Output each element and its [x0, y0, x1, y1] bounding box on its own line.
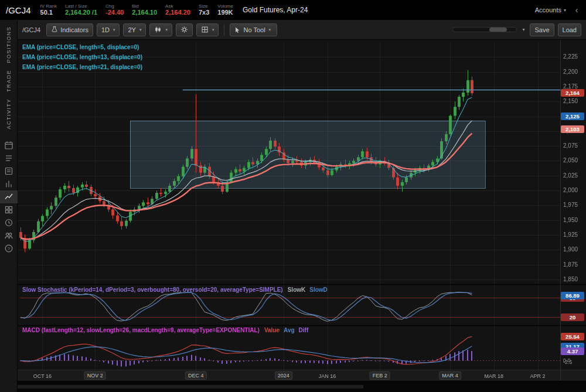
macd-legend-diff: Diff	[299, 327, 309, 333]
accounts-label: Accounts	[535, 6, 561, 13]
tool-value: No Tool	[243, 26, 265, 33]
chevron-down-icon: ▾	[269, 28, 271, 32]
quote-stat: Bid2,164.10	[132, 4, 157, 16]
quote-stat-label: Size	[199, 4, 209, 9]
left-sidebar: POSITIONSTRADEACTIVITY ?	[0, 20, 18, 392]
save-button[interactable]: Save	[530, 23, 554, 36]
macd-legend-value: Value	[264, 327, 280, 333]
accounts-dropdown[interactable]: Accounts ▾	[535, 6, 566, 13]
users-icon[interactable]	[0, 229, 18, 242]
quote-stat-label: Ask	[165, 4, 190, 9]
quote-stat: Ask2,164.20	[165, 4, 190, 16]
stoch-legend-slowd: SlowD	[309, 287, 328, 293]
sidebar-tab-positions[interactable]: POSITIONS	[6, 26, 12, 63]
quote-stat-value: 7x3	[199, 9, 209, 16]
quote-stat-value: 2,164.20	[165, 9, 190, 16]
stoch-legend-slowk: SlowK	[288, 287, 306, 293]
flask-icon	[51, 26, 58, 33]
quote-stat: IV Rank50.1	[40, 4, 57, 16]
load-label: Load	[563, 26, 577, 33]
save-label: Save	[534, 26, 549, 33]
chevron-down-icon: ▾	[165, 28, 168, 32]
slider-options-caret[interactable]: ▾	[522, 27, 524, 32]
macd-study-label[interactable]: MACD (fastLength=12, slowLength=26, macd…	[22, 327, 260, 333]
candlestick-icon	[154, 26, 162, 33]
ema-study-label-1[interactable]: EMA (price=CLOSE, length=13, displace=0)	[22, 54, 142, 64]
calendar-icon[interactable]	[0, 139, 18, 152]
sidebar-tab-activity[interactable]: ACTIVITY	[6, 98, 12, 129]
stochastic-legend: SlowKSlowD	[288, 287, 332, 293]
quote-stat-value: 50.1	[40, 9, 57, 16]
chevron-down-icon: ▾	[564, 8, 566, 13]
stochastic-study-label[interactable]: Slow Stochastic (kPeriod=14, dPeriod=3, …	[22, 287, 283, 293]
quote-stat-label: Bid	[132, 4, 157, 9]
header-stats: IV Rank50.1Last / Size2,164.20 /1Chg-24.…	[40, 4, 241, 16]
range-value: 2Y	[128, 26, 135, 33]
chart-settings-button[interactable]	[176, 23, 193, 36]
chevron-down-icon: ▾	[113, 28, 115, 32]
chevron-down-icon: ▾	[212, 28, 214, 32]
quote-stat-label: Last / Size	[65, 4, 97, 9]
header-symbol: /GCJ4	[6, 5, 31, 15]
timeframe-value: 1D	[101, 26, 110, 33]
chart-toolbar: /GCJ4 Indicators 1D ▾ 2Y ▾ ▾ ▾ No Tool ▾	[18, 20, 586, 40]
quote-stat-label: Volume	[217, 4, 233, 9]
quote-stat: Volume199K	[217, 4, 233, 16]
sidebar-tabs: POSITIONSTRADEACTIVITY	[6, 20, 12, 135]
collapse-panel-button[interactable]: ‹	[571, 5, 582, 15]
chevron-down-icon: ▾	[139, 28, 142, 32]
chart-type-dropdown[interactable]: ▾	[149, 23, 172, 36]
quote-stat-value: 2,164.20 /1	[65, 9, 97, 16]
ema-study-label-0[interactable]: EMA (price=CLOSE, length=5, displace=0)	[22, 44, 142, 54]
sidebar-tab-trade[interactable]: TRADE	[6, 70, 12, 92]
notes-icon[interactable]	[0, 152, 18, 165]
stochastic-label-row: Slow Stochastic (kPeriod=14, dPeriod=3, …	[22, 287, 332, 293]
gear-icon	[180, 26, 188, 33]
time-zoom-slider[interactable]	[452, 27, 517, 32]
clock-icon[interactable]	[0, 216, 18, 229]
quote-stat-value: 2,164.10	[132, 9, 157, 16]
toolbar-separator	[224, 24, 224, 36]
macd-legend-avg: Avg	[284, 327, 295, 333]
macd-label-row: MACD (fastLength=12, slowLength=26, macd…	[22, 327, 312, 333]
quote-stat-value: -24.40	[105, 9, 124, 16]
macd-legend: ValueAvgDiff	[264, 327, 312, 333]
timeframe-dropdown[interactable]: 1D ▾	[97, 23, 120, 36]
ema-study-label-2[interactable]: EMA (price=CLOSE, length=21, displace=0)	[22, 64, 142, 74]
range-dropdown[interactable]: 2Y ▾	[123, 23, 146, 36]
columns-icon[interactable]	[0, 178, 18, 190]
indicators-label: Indicators	[60, 26, 88, 33]
news-icon[interactable]	[0, 165, 18, 178]
quote-stat: Chg-24.40	[105, 4, 124, 16]
load-button[interactable]: Load	[558, 23, 581, 36]
quote-header: /GCJ4 IV Rank50.1Last / Size2,164.20 /1C…	[0, 0, 586, 20]
drawing-tool-dropdown[interactable]: No Tool ▾	[230, 23, 277, 36]
grid-icon[interactable]	[0, 203, 18, 216]
trading-platform-window: 2,2252,2002,1752,1502,1252,1002,0752,050…	[0, 0, 586, 392]
time-zoom-slider-thumb[interactable]	[489, 28, 507, 32]
chart-icon[interactable]	[0, 190, 18, 203]
quote-stat-value: 199K	[217, 9, 233, 16]
toolbar-symbol: /GCJ4	[22, 26, 40, 33]
quote-stat-label: IV Rank	[40, 4, 57, 9]
layout-dropdown[interactable]: ▾	[196, 23, 219, 36]
quote-stat-label: Chg	[105, 4, 124, 9]
ema-study-labels: EMA (price=CLOSE, length=5, displace=0)E…	[22, 44, 142, 74]
cursor-icon	[234, 26, 241, 33]
indicators-button[interactable]: Indicators	[46, 23, 93, 36]
sidebar-icons: ?	[0, 139, 18, 255]
svg-text:?: ?	[7, 246, 10, 251]
quote-stat: Size7x3	[199, 4, 209, 16]
quote-stat: Last / Size2,164.20 /1	[65, 4, 97, 16]
grid-layout-icon	[201, 26, 209, 33]
help-icon[interactable]: ?	[0, 242, 18, 255]
instrument-description: Gold Futures, Apr-24	[243, 6, 308, 14]
